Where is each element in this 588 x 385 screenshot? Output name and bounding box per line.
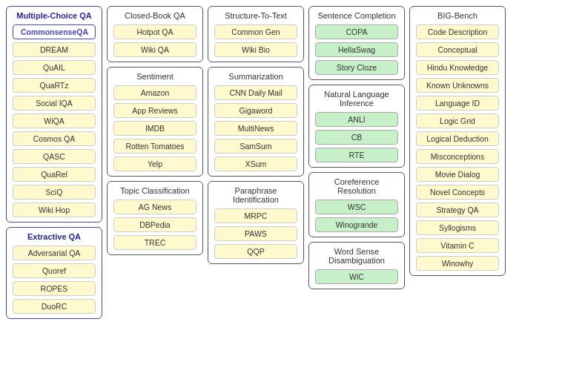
item-winowhy[interactable]: Winowhy: [416, 256, 499, 271]
section-title-closed-book-qa: Closed-Book QA: [125, 11, 185, 20]
column-3: Structure-To-Text Common Gen Wiki Bio Su…: [208, 6, 304, 379]
section-multiple-choice-qa: Multiple-Choice QA CommonsenseQA DREAM Q…: [6, 6, 102, 223]
section-title-coreference-resolution: Coreference Resolution: [315, 177, 398, 195]
item-cosmos-qa[interactable]: Cosmos QA: [13, 131, 96, 146]
item-misconceptions[interactable]: Misconceptions: [416, 149, 499, 164]
section-title-sentiment: Sentiment: [136, 72, 174, 81]
item-duorc[interactable]: DuoRC: [13, 299, 96, 314]
item-cb[interactable]: CB: [315, 130, 398, 145]
item-novel-concepts[interactable]: Novel Concepts: [416, 185, 499, 200]
item-app-reviews[interactable]: App Reviews: [113, 103, 196, 118]
column-2: Closed-Book QA Hotpot QA Wiki QA Sentime…: [107, 6, 203, 379]
column-4: Sentence Completion COPA HellaSwag Story…: [308, 6, 405, 379]
item-trec[interactable]: TREC: [113, 235, 196, 250]
section-structure-to-text: Structure-To-Text Common Gen Wiki Bio: [208, 6, 304, 62]
column-1: Multiple-Choice QA CommonsenseQA DREAM Q…: [6, 6, 102, 379]
item-wiqa[interactable]: WiQA: [13, 113, 96, 128]
section-title-extractive-qa: Extractive QA: [27, 232, 81, 241]
item-anli[interactable]: ANLI: [315, 112, 398, 127]
section-nli: Natural Language Inference ANLI CB RTE: [308, 85, 405, 168]
section-sentence-completion: Sentence Completion COPA HellaSwag Story…: [308, 6, 405, 80]
item-wiki-hop[interactable]: Wiki Hop: [13, 203, 96, 217]
item-mrpc[interactable]: MRPC: [214, 208, 297, 223]
item-story-cloze[interactable]: Story Cloze: [315, 60, 398, 75]
section-sentiment: Sentiment Amazon App Reviews IMDB Rotten…: [107, 67, 203, 177]
section-title-word-sense-disambiguation: Word Sense Disambiguation: [315, 247, 398, 265]
item-hotpot-qa[interactable]: Hotpot QA: [113, 24, 196, 39]
item-winogrande[interactable]: Winogrande: [315, 217, 398, 232]
item-logic-grid[interactable]: Logic Grid: [416, 113, 499, 128]
section-topic-classification: Topic Classification AG News DBPedia TRE…: [107, 181, 203, 255]
section-closed-book-qa: Closed-Book QA Hotpot QA Wiki QA: [107, 6, 203, 62]
item-yelp[interactable]: Yelp: [113, 157, 196, 171]
item-quarel[interactable]: QuaRel: [13, 167, 96, 182]
section-coreference-resolution: Coreference Resolution WSC Winogrande: [308, 172, 405, 237]
section-paraphrase-identification: Paraphrase Identification MRPC PAWS QQP: [208, 181, 304, 264]
item-rte[interactable]: RTE: [315, 148, 398, 162]
section-title-sentence-completion: Sentence Completion: [317, 11, 395, 20]
item-dbpedia[interactable]: DBPedia: [113, 217, 196, 232]
item-social-iqa[interactable]: Social IQA: [13, 96, 96, 111]
section-word-sense-disambiguation: Word Sense Disambiguation WiC: [308, 242, 405, 289]
item-quail[interactable]: QuAIL: [13, 60, 96, 75]
item-gigaword[interactable]: Gigaword: [214, 103, 297, 118]
item-cnn-daily-mail[interactable]: CNN Daily Mail: [214, 85, 297, 100]
item-common-gen[interactable]: Common Gen: [214, 24, 297, 39]
section-big-bench: BIG-Bench Code Description Conceptual Hi…: [409, 6, 506, 276]
item-adversarial-qa[interactable]: Adversarial QA: [13, 246, 96, 260]
item-syllogisms[interactable]: Syllogisms: [416, 220, 499, 235]
item-qqp[interactable]: QQP: [214, 244, 297, 259]
item-sciq[interactable]: SciQ: [13, 185, 96, 200]
section-title-multiple-choice-qa: Multiple-Choice QA: [16, 11, 91, 20]
item-wsc[interactable]: WSC: [315, 200, 398, 214]
item-strategy-qa[interactable]: Strategy QA: [416, 203, 499, 217]
item-imdb[interactable]: IMDB: [113, 121, 196, 136]
item-samsum[interactable]: SamSum: [214, 139, 297, 154]
section-extractive-qa: Extractive QA Adversarial QA Quoref ROPE…: [6, 227, 102, 319]
item-copa[interactable]: COPA: [315, 24, 398, 39]
section-title-big-bench: BIG-Bench: [437, 11, 478, 20]
item-wic[interactable]: WiC: [315, 269, 398, 284]
section-title-nli: Natural Language Inference: [315, 90, 398, 108]
item-logical-deduction[interactable]: Logical Deduction: [416, 131, 499, 146]
item-commonsenseqa[interactable]: CommonsenseQA: [13, 24, 96, 39]
item-code-description[interactable]: Code Description: [416, 24, 499, 39]
main-container: Multiple-Choice QA CommonsenseQA DREAM Q…: [0, 0, 588, 385]
item-hindu-knowledge[interactable]: Hindu Knowledge: [416, 60, 499, 75]
item-rotten-tomatoes[interactable]: Rotten Tomatoes: [113, 139, 196, 154]
section-summarization: Summarization CNN Daily Mail Gigaword Mu…: [208, 67, 304, 177]
item-paws[interactable]: PAWS: [214, 226, 297, 241]
item-quartz[interactable]: QuaRTz: [13, 78, 96, 93]
item-amazon[interactable]: Amazon: [113, 85, 196, 100]
item-ropes[interactable]: ROPES: [13, 281, 96, 296]
section-title-topic-classification: Topic Classification: [120, 186, 190, 195]
item-xsum[interactable]: XSum: [214, 157, 297, 171]
item-known-unknowns[interactable]: Known Unknowns: [416, 78, 499, 93]
item-multinews[interactable]: MultiNews: [214, 121, 297, 136]
section-title-paraphrase-identification: Paraphrase Identification: [214, 186, 297, 204]
item-language-id[interactable]: Language ID: [416, 96, 499, 111]
item-wiki-qa[interactable]: Wiki QA: [113, 42, 196, 57]
item-dream[interactable]: DREAM: [13, 42, 96, 57]
item-wiki-bio[interactable]: Wiki Bio: [214, 42, 297, 57]
item-ag-news[interactable]: AG News: [113, 200, 196, 214]
item-qasc[interactable]: QASC: [13, 149, 96, 164]
column-5: BIG-Bench Code Description Conceptual Hi…: [409, 6, 506, 379]
item-conceptual[interactable]: Conceptual: [416, 42, 499, 57]
item-movie-dialog[interactable]: Movie Dialog: [416, 167, 499, 182]
item-hellaswag[interactable]: HellaSwag: [315, 42, 398, 57]
section-title-summarization: Summarization: [228, 72, 283, 81]
item-vitamin-c[interactable]: Vitamin C: [416, 238, 499, 253]
section-title-structure-to-text: Structure-To-Text: [225, 11, 287, 20]
item-quoref[interactable]: Quoref: [13, 263, 96, 278]
